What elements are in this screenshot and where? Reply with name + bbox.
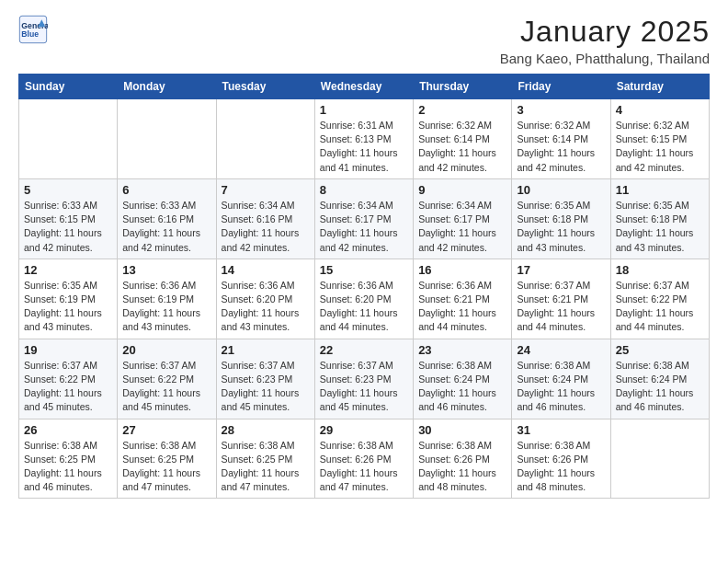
weekday-header-friday: Friday: [512, 75, 610, 99]
calendar-cell: [610, 419, 709, 499]
calendar-cell: 23Sunrise: 6:38 AMSunset: 6:24 PMDayligh…: [414, 339, 512, 419]
day-number: 1: [320, 103, 408, 117]
calendar-cell: 21Sunrise: 6:37 AMSunset: 6:23 PMDayligh…: [216, 339, 314, 419]
day-info: Sunrise: 6:31 AMSunset: 6:13 PMDaylight:…: [320, 119, 408, 175]
day-number: 16: [418, 263, 506, 277]
calendar-table: SundayMondayTuesdayWednesdayThursdayFrid…: [18, 74, 710, 499]
day-info: Sunrise: 6:38 AMSunset: 6:25 PMDaylight:…: [122, 439, 210, 495]
day-number: 12: [24, 263, 112, 277]
day-info: Sunrise: 6:33 AMSunset: 6:16 PMDaylight:…: [122, 199, 210, 255]
day-info: Sunrise: 6:36 AMSunset: 6:19 PMDaylight:…: [122, 279, 210, 335]
calendar-cell: 18Sunrise: 6:37 AMSunset: 6:22 PMDayligh…: [610, 259, 709, 339]
day-number: 14: [222, 263, 310, 277]
page: General Blue January 2025 Bang Kaeo, Pha…: [0, 0, 728, 563]
calendar-cell: 9Sunrise: 6:34 AMSunset: 6:17 PMDaylight…: [414, 178, 512, 259]
calendar-cell: 20Sunrise: 6:37 AMSunset: 6:22 PMDayligh…: [118, 339, 216, 419]
calendar-cell: 12Sunrise: 6:35 AMSunset: 6:19 PMDayligh…: [19, 259, 118, 339]
day-info: Sunrise: 6:37 AMSunset: 6:21 PMDaylight:…: [517, 279, 605, 335]
day-number: 2: [418, 103, 506, 117]
day-number: 11: [616, 183, 704, 197]
calendar-cell: [118, 99, 216, 179]
week-row-1: 1Sunrise: 6:31 AMSunset: 6:13 PMDaylight…: [19, 99, 710, 179]
day-info: Sunrise: 6:38 AMSunset: 6:24 PMDaylight:…: [418, 359, 506, 415]
week-row-2: 5Sunrise: 6:33 AMSunset: 6:15 PMDaylight…: [19, 178, 710, 259]
weekday-header-saturday: Saturday: [610, 75, 709, 99]
day-number: 28: [222, 423, 310, 437]
day-info: Sunrise: 6:36 AMSunset: 6:20 PMDaylight:…: [320, 279, 408, 335]
day-number: 19: [24, 343, 112, 357]
calendar-cell: 19Sunrise: 6:37 AMSunset: 6:22 PMDayligh…: [19, 339, 118, 419]
day-number: 5: [24, 183, 112, 197]
calendar-cell: 4Sunrise: 6:32 AMSunset: 6:15 PMDaylight…: [610, 99, 709, 179]
day-info: Sunrise: 6:36 AMSunset: 6:20 PMDaylight:…: [222, 279, 310, 335]
month-title: January 2025: [500, 15, 710, 49]
day-number: 17: [517, 263, 605, 277]
day-info: Sunrise: 6:32 AMSunset: 6:14 PMDaylight:…: [418, 119, 506, 175]
weekday-header-sunday: Sunday: [19, 75, 118, 99]
calendar-cell: 22Sunrise: 6:37 AMSunset: 6:23 PMDayligh…: [314, 339, 413, 419]
calendar-cell: 15Sunrise: 6:36 AMSunset: 6:20 PMDayligh…: [314, 259, 413, 339]
calendar-cell: 10Sunrise: 6:35 AMSunset: 6:18 PMDayligh…: [512, 178, 610, 259]
day-number: 30: [418, 423, 506, 437]
calendar-cell: 6Sunrise: 6:33 AMSunset: 6:16 PMDaylight…: [118, 178, 216, 259]
week-row-5: 26Sunrise: 6:38 AMSunset: 6:25 PMDayligh…: [19, 419, 710, 499]
calendar-cell: 25Sunrise: 6:38 AMSunset: 6:24 PMDayligh…: [610, 339, 709, 419]
location-title: Bang Kaeo, Phatthalung, Thailand: [500, 51, 710, 66]
day-info: Sunrise: 6:37 AMSunset: 6:23 PMDaylight:…: [222, 359, 310, 415]
day-number: 31: [517, 423, 605, 437]
calendar-cell: 31Sunrise: 6:38 AMSunset: 6:26 PMDayligh…: [512, 419, 610, 499]
weekday-header-monday: Monday: [118, 75, 216, 99]
day-info: Sunrise: 6:32 AMSunset: 6:14 PMDaylight:…: [517, 119, 605, 175]
day-info: Sunrise: 6:34 AMSunset: 6:17 PMDaylight:…: [418, 199, 506, 255]
logo: General Blue: [18, 15, 51, 44]
day-number: 23: [418, 343, 506, 357]
day-number: 24: [517, 343, 605, 357]
day-number: 10: [517, 183, 605, 197]
weekday-header-row: SundayMondayTuesdayWednesdayThursdayFrid…: [19, 75, 710, 99]
day-info: Sunrise: 6:38 AMSunset: 6:24 PMDaylight:…: [616, 359, 704, 415]
calendar-cell: 27Sunrise: 6:38 AMSunset: 6:25 PMDayligh…: [118, 419, 216, 499]
day-info: Sunrise: 6:35 AMSunset: 6:18 PMDaylight:…: [517, 199, 605, 255]
day-info: Sunrise: 6:38 AMSunset: 6:26 PMDaylight:…: [418, 439, 506, 495]
calendar-cell: [19, 99, 118, 179]
day-number: 3: [517, 103, 605, 117]
day-number: 4: [616, 103, 704, 117]
day-number: 22: [320, 343, 408, 357]
day-info: Sunrise: 6:35 AMSunset: 6:19 PMDaylight:…: [24, 279, 112, 335]
weekday-header-tuesday: Tuesday: [216, 75, 314, 99]
day-info: Sunrise: 6:38 AMSunset: 6:26 PMDaylight:…: [320, 439, 408, 495]
day-number: 26: [24, 423, 112, 437]
calendar-cell: 30Sunrise: 6:38 AMSunset: 6:26 PMDayligh…: [414, 419, 512, 499]
calendar-cell: 8Sunrise: 6:34 AMSunset: 6:17 PMDaylight…: [314, 178, 413, 259]
week-row-4: 19Sunrise: 6:37 AMSunset: 6:22 PMDayligh…: [19, 339, 710, 419]
calendar-cell: 3Sunrise: 6:32 AMSunset: 6:14 PMDaylight…: [512, 99, 610, 179]
day-info: Sunrise: 6:37 AMSunset: 6:22 PMDaylight:…: [122, 359, 210, 415]
weekday-header-thursday: Thursday: [414, 75, 512, 99]
calendar-cell: 28Sunrise: 6:38 AMSunset: 6:25 PMDayligh…: [216, 419, 314, 499]
calendar-cell: 7Sunrise: 6:34 AMSunset: 6:16 PMDaylight…: [216, 178, 314, 259]
day-info: Sunrise: 6:38 AMSunset: 6:26 PMDaylight:…: [517, 439, 605, 495]
calendar-cell: 29Sunrise: 6:38 AMSunset: 6:26 PMDayligh…: [314, 419, 413, 499]
day-number: 7: [222, 183, 310, 197]
calendar-cell: 16Sunrise: 6:36 AMSunset: 6:21 PMDayligh…: [414, 259, 512, 339]
day-info: Sunrise: 6:37 AMSunset: 6:22 PMDaylight:…: [616, 279, 704, 335]
week-row-3: 12Sunrise: 6:35 AMSunset: 6:19 PMDayligh…: [19, 259, 710, 339]
day-info: Sunrise: 6:33 AMSunset: 6:15 PMDaylight:…: [24, 199, 112, 255]
generalblue-icon: General Blue: [18, 15, 48, 44]
calendar-cell: 26Sunrise: 6:38 AMSunset: 6:25 PMDayligh…: [19, 419, 118, 499]
day-info: Sunrise: 6:34 AMSunset: 6:16 PMDaylight:…: [222, 199, 310, 255]
calendar-cell: [216, 99, 314, 179]
day-number: 8: [320, 183, 408, 197]
svg-text:Blue: Blue: [21, 29, 39, 39]
day-info: Sunrise: 6:35 AMSunset: 6:18 PMDaylight:…: [616, 199, 704, 255]
header: General Blue January 2025 Bang Kaeo, Pha…: [18, 15, 710, 66]
calendar-cell: 24Sunrise: 6:38 AMSunset: 6:24 PMDayligh…: [512, 339, 610, 419]
calendar-cell: 14Sunrise: 6:36 AMSunset: 6:20 PMDayligh…: [216, 259, 314, 339]
day-info: Sunrise: 6:38 AMSunset: 6:24 PMDaylight:…: [517, 359, 605, 415]
day-info: Sunrise: 6:38 AMSunset: 6:25 PMDaylight:…: [222, 439, 310, 495]
day-number: 21: [222, 343, 310, 357]
day-number: 29: [320, 423, 408, 437]
title-block: January 2025 Bang Kaeo, Phatthalung, Tha…: [500, 15, 710, 66]
calendar-cell: 1Sunrise: 6:31 AMSunset: 6:13 PMDaylight…: [314, 99, 413, 179]
day-info: Sunrise: 6:32 AMSunset: 6:15 PMDaylight:…: [616, 119, 704, 175]
